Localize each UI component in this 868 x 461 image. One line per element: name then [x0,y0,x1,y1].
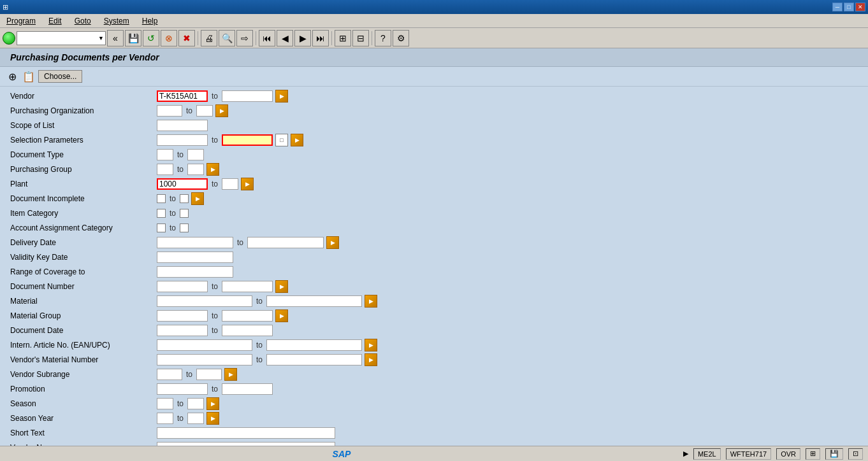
menu-help[interactable]: Help [138,15,162,27]
sel-params-select-btn[interactable]: ▶ [291,134,303,146]
command-field[interactable]: ▼ [17,31,106,45]
page-prev-btn[interactable]: ◀ [277,30,293,46]
season-year-select-btn[interactable]: ▶ [206,412,219,425]
season-to-input[interactable] [187,398,204,409]
page-next-btn[interactable]: ▶ [294,30,311,46]
item-cat-to-checkbox[interactable] [180,209,189,218]
selection-icon[interactable]: ⊕ [5,69,19,83]
execute-icon[interactable] [3,32,15,45]
doc-type-to-input[interactable] [187,149,204,160]
page-last-btn[interactable]: ⏭ [312,30,329,46]
doc-date-input[interactable] [157,325,208,336]
season-select-btn[interactable]: ▶ [206,397,219,410]
restore-button[interactable]: □ [844,3,854,11]
season-input[interactable] [157,398,173,409]
back-btn[interactable]: « [107,30,124,46]
purch-group-to-input[interactable] [187,164,204,175]
delivery-date-to-input[interactable] [247,237,324,248]
sel-params-input[interactable] [157,134,208,146]
validity-date-input[interactable] [157,252,233,263]
plant-label: Plant [10,180,157,188]
stop-btn[interactable]: ⊗ [161,30,177,46]
menu-program[interactable]: Program [3,15,40,27]
vendor-mat-select-btn[interactable]: ▶ [365,353,377,366]
season-year-to-input[interactable] [187,413,204,424]
delivery-date-input[interactable] [157,237,233,248]
material-group-input[interactable] [157,310,208,322]
close-button[interactable]: ✕ [855,3,865,11]
ean-to-input[interactable] [266,339,362,351]
short-text-input[interactable] [157,427,335,439]
title-bar-controls: ─ □ ✕ [832,3,865,11]
help-btn[interactable]: ? [375,30,391,46]
season-year-input[interactable] [157,413,173,424]
plant-to-input[interactable] [222,178,238,190]
plant-select-btn[interactable]: ▶ [241,178,254,190]
doc-incomplete-select-btn[interactable]: ▶ [191,192,204,205]
doc-incomplete-to-checkbox[interactable] [180,194,189,203]
customize-btn[interactable]: ⚙ [393,30,409,46]
title-bar-left: ⊞ [3,3,8,11]
refresh-btn[interactable]: ↺ [143,30,159,46]
vendor-to-input[interactable] [222,90,273,102]
acct-assign-to-checkbox[interactable] [180,223,189,232]
menu-edit[interactable]: Edit [45,15,66,27]
doc-num-to-input[interactable] [222,281,273,292]
vendor-select-btn[interactable]: ▶ [275,90,288,103]
plant-input[interactable] [157,178,208,190]
vendor-mat-input[interactable] [157,354,252,365]
vendor-sub-to-input[interactable] [196,369,222,380]
save-btn[interactable]: 💾 [125,30,141,46]
promotion-to-input[interactable] [222,383,273,395]
item-cat-checkbox[interactable] [157,209,166,218]
cancel-btn[interactable]: ✖ [178,30,195,46]
status-bar: SAP ▶ ME2L WFTEH717 OVR ⊞ 💾 ⊡ [0,446,868,461]
vendor-input[interactable] [157,90,208,102]
purch-org-select-btn[interactable]: ▶ [215,104,228,117]
page-first-btn[interactable]: ⏮ [259,30,275,46]
find-btn[interactable]: 🔍 [219,30,235,46]
doc-num-select-btn[interactable]: ▶ [275,280,288,293]
doc-num-input[interactable] [157,281,208,292]
doc-incomplete-checkbox[interactable] [157,194,166,203]
doc-date-to-input[interactable] [222,325,273,336]
ean-select-btn[interactable]: ▶ [365,339,377,351]
doc-type-input[interactable] [157,149,173,160]
season-to: to [177,399,184,408]
vendor-sub-input[interactable] [157,369,182,380]
material-group-to: to [212,311,218,320]
find-next-btn[interactable]: ⇨ [236,30,253,46]
copy-icon[interactable]: 📋 [22,69,36,83]
delivery-date-select-btn[interactable]: ▶ [326,236,339,249]
short-text-label: Short Text [10,429,157,437]
menu-goto[interactable]: Goto [71,15,95,27]
promotion-input[interactable] [157,383,208,395]
material-group-select-btn[interactable]: ▶ [275,309,288,322]
command-dropdown[interactable]: ▼ [98,35,104,41]
layout1-btn[interactable]: ⊞ [335,30,351,46]
purch-org-input[interactable] [157,105,182,117]
vendor-sub-label: Vendor Subrange [10,370,157,379]
sel-params-to-input[interactable] [222,134,273,146]
layout2-btn[interactable]: ⊟ [352,30,369,46]
sel-params-picker[interactable]: □ [275,134,288,146]
vendor-sub-select-btn[interactable]: ▶ [224,368,237,381]
season-year-to: to [177,414,184,423]
ean-input[interactable] [157,339,252,351]
range-cov-input[interactable] [157,266,233,278]
print-btn[interactable]: 🖨 [201,30,217,46]
purch-org-to-input[interactable] [196,105,213,117]
material-to-input[interactable] [266,295,362,307]
minimize-button[interactable]: ─ [832,3,843,11]
choose-button[interactable]: Choose... [38,70,82,83]
vendor-mat-to-input[interactable] [266,354,362,365]
material-select-btn[interactable]: ▶ [365,295,377,308]
material-group-to-input[interactable] [222,310,273,322]
scope-input[interactable] [157,120,208,131]
acct-assign-checkbox[interactable] [157,223,166,232]
purch-group-select-btn[interactable]: ▶ [206,163,219,176]
toolbar: ▼ « 💾 ↺ ⊗ ✖ 🖨 🔍 ⇨ ⏮ ◀ ▶ ⏭ ⊞ ⊟ ? ⚙ [0,28,868,48]
menu-system[interactable]: System [100,15,133,27]
material-input[interactable] [157,295,252,307]
purch-group-input[interactable] [157,164,173,175]
